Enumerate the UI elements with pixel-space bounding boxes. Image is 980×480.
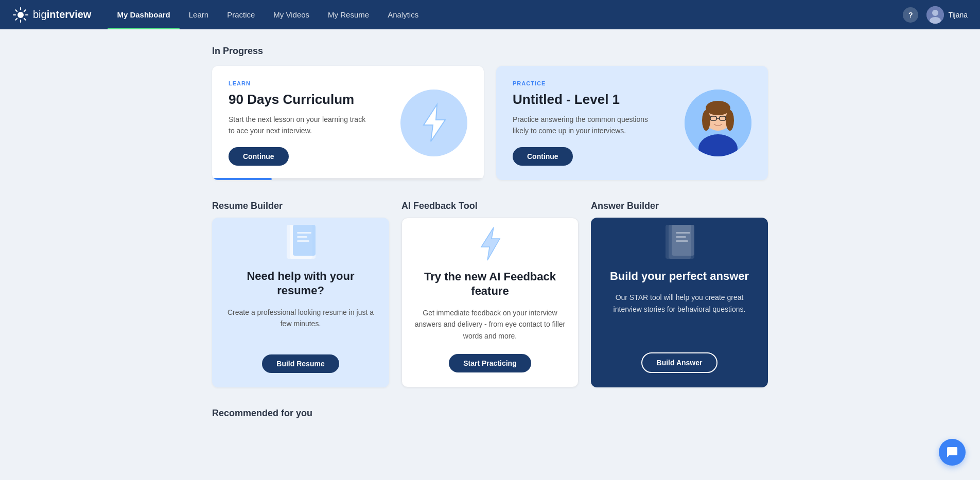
ai-feedback-card: Try the new AI Feedback feature Get imme… — [401, 218, 579, 387]
logo-text: biginterview — [33, 9, 91, 21]
practice-card-content: PRACTICE Untitled - Level 1 Practice ans… — [513, 80, 674, 166]
nav-analytics[interactable]: Analytics — [378, 0, 428, 29]
learn-card-illustration — [400, 90, 467, 156]
nav-dashboard[interactable]: My Dashboard — [108, 0, 179, 29]
learn-card-progress-bar — [212, 178, 484, 180]
practice-card-illustration — [685, 90, 751, 156]
answer-document-icon — [661, 223, 697, 264]
resume-builder-title: Need help with your resume? — [212, 269, 389, 298]
svg-line-7 — [24, 10, 26, 11]
resume-icon-container — [212, 218, 389, 269]
nav-practice[interactable]: Practice — [218, 0, 264, 29]
ai-feedback-desc: Get immediate feedback on your interview… — [402, 307, 578, 342]
resume-document-icon — [283, 223, 319, 264]
nav-my-videos[interactable]: My Videos — [264, 0, 319, 29]
resume-builder-desc: Create a professional looking resume in … — [212, 307, 389, 342]
svg-rect-30 — [676, 232, 690, 234]
svg-rect-26 — [297, 240, 309, 242]
avatar — [926, 6, 944, 24]
practice-card-tag: PRACTICE — [513, 80, 674, 86]
learn-card-content: LEARN 90 Days Curriculum Start the next … — [229, 80, 390, 166]
user-menu[interactable]: Tijana — [926, 6, 968, 24]
learn-card-tag: LEARN — [229, 80, 390, 86]
tools-labels: Resume Builder AI Feedback Tool Answer B… — [212, 201, 768, 211]
chat-bubble-button[interactable] — [939, 439, 966, 466]
practice-card-title: Untitled - Level 1 — [513, 92, 674, 108]
svg-rect-24 — [297, 232, 311, 234]
ai-lightning-icon — [477, 223, 503, 264]
logo[interactable]: biginterview — [12, 7, 91, 23]
user-name: Tijana — [948, 11, 968, 19]
learn-card-title: 90 Days Curriculum — [229, 92, 390, 108]
learn-card-continue-button[interactable]: Continue — [229, 147, 289, 166]
svg-line-8 — [15, 18, 17, 20]
svg-line-5 — [15, 10, 17, 11]
ai-feedback-title: Try the new AI Feedback feature — [402, 270, 578, 299]
learn-card-desc: Start the next lesson on your learning t… — [229, 114, 373, 137]
practice-card: PRACTICE Untitled - Level 1 Practice ans… — [496, 66, 768, 180]
interviewer-avatar — [685, 90, 751, 156]
svg-point-15 — [706, 101, 730, 115]
main-content: In Progress LEARN 90 Days Curriculum Sta… — [130, 29, 850, 454]
svg-rect-32 — [676, 240, 688, 242]
navbar-right: ? Tijana — [903, 6, 968, 24]
ai-icon-container — [402, 218, 578, 270]
answer-builder-title: Build your perfect answer — [598, 269, 761, 284]
ai-feedback-label: AI Feedback Tool — [401, 201, 579, 211]
nav-learn[interactable]: Learn — [180, 0, 218, 29]
in-progress-grid: LEARN 90 Days Curriculum Start the next … — [212, 66, 768, 180]
help-button[interactable]: ? — [903, 7, 918, 23]
answer-builder-card: Build your perfect answer Our STAR tool … — [591, 218, 768, 387]
answer-icon-container — [591, 218, 768, 269]
practice-card-continue-button[interactable]: Continue — [513, 147, 573, 166]
svg-line-6 — [24, 18, 26, 20]
lightning-icon — [418, 102, 449, 144]
build-resume-button[interactable]: Build Resume — [262, 354, 339, 373]
learn-card-progress-fill — [212, 178, 272, 180]
tools-grid: Need help with your resume? Create a pro… — [212, 218, 768, 387]
build-answer-button[interactable]: Build Answer — [641, 352, 718, 373]
svg-point-10 — [932, 10, 938, 16]
start-practicing-button[interactable]: Start Practicing — [449, 354, 531, 372]
svg-rect-25 — [297, 236, 307, 238]
navbar: biginterview My Dashboard Learn Practice… — [0, 0, 980, 29]
answer-builder-desc: Our STAR tool will help you create great… — [591, 292, 768, 340]
learn-card: LEARN 90 Days Curriculum Start the next … — [212, 66, 484, 180]
resume-builder-label: Resume Builder — [212, 201, 389, 211]
svg-rect-31 — [676, 236, 686, 238]
svg-point-0 — [18, 12, 24, 18]
resume-builder-card: Need help with your resume? Create a pro… — [212, 218, 389, 387]
lightning-circle — [400, 90, 467, 156]
answer-builder-label: Answer Builder — [591, 201, 768, 211]
chat-icon — [946, 446, 958, 458]
nav-my-resume[interactable]: My Resume — [319, 0, 378, 29]
in-progress-title: In Progress — [212, 46, 768, 57]
recommended-title: Recommended for you — [212, 408, 768, 419]
practice-card-desc: Practice answering the common questions … — [513, 114, 657, 137]
svg-point-17 — [726, 110, 734, 131]
nav-links: My Dashboard Learn Practice My Videos My… — [108, 0, 903, 29]
svg-point-16 — [702, 110, 710, 131]
